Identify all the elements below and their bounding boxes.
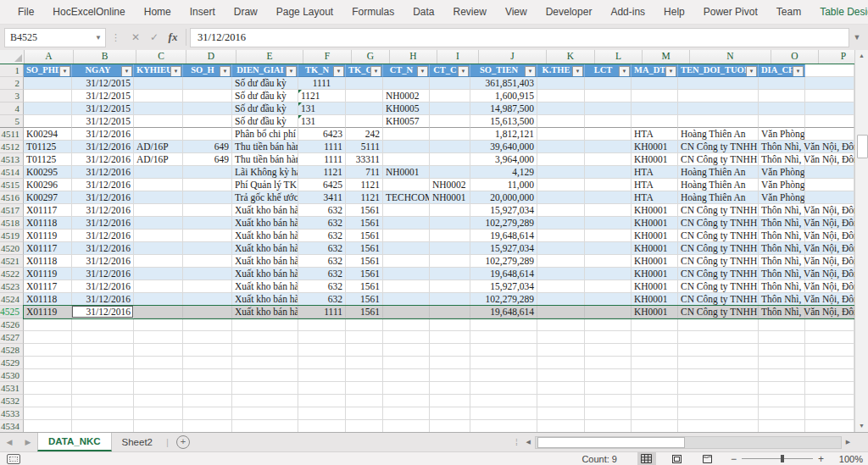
cell-C4518[interactable] <box>134 217 183 230</box>
cell-L4520[interactable] <box>585 242 632 255</box>
cell-D3[interactable] <box>183 90 232 102</box>
cell-A4519[interactable]: X01119 <box>24 230 72 242</box>
cell-G4521[interactable]: 1561 <box>346 255 383 268</box>
cell-O4526[interactable] <box>759 318 805 331</box>
cell-K4531[interactable] <box>537 382 585 395</box>
cell-I4526[interactable] <box>430 318 470 331</box>
cell-F4532[interactable] <box>298 395 346 407</box>
cell-A2[interactable] <box>24 77 72 90</box>
cell-E4513[interactable]: Thu tiền bán hàng HĐ <box>232 153 298 166</box>
cell-C4532[interactable] <box>134 395 183 407</box>
cell-G4512[interactable]: 5111 <box>346 141 383 153</box>
cell-G1[interactable]: TK_C▼ <box>346 64 383 77</box>
cell-F4530[interactable] <box>298 369 346 382</box>
cell-L4532[interactable] <box>585 395 632 407</box>
cell-L4524[interactable] <box>585 293 632 306</box>
cell-N4[interactable] <box>678 102 759 115</box>
horizontal-scrollbar[interactable]: ⁞ ◀ ▶ <box>511 433 854 451</box>
cell-C4528[interactable] <box>134 344 183 357</box>
menu-tab-view[interactable]: View <box>496 0 537 24</box>
cell-F4518[interactable]: 632 <box>298 217 346 230</box>
cell-F4515[interactable]: 6425 <box>298 179 346 191</box>
cell-I4532[interactable] <box>430 395 470 407</box>
cell-M4526[interactable] <box>632 318 678 331</box>
cell-M5[interactable] <box>632 115 678 128</box>
cell-D4519[interactable] <box>183 230 232 242</box>
cell-B4532[interactable] <box>72 395 134 407</box>
cell-P4[interactable] <box>805 102 854 115</box>
cell-D4527[interactable] <box>183 331 232 344</box>
cell-B4522[interactable]: 31/12/2016 <box>72 268 134 280</box>
cell-O4514[interactable]: Văn Phòng <box>759 166 805 179</box>
column-header-O[interactable]: O <box>771 50 819 64</box>
cell-C4513[interactable]: AD/16P <box>134 153 183 166</box>
menu-tab-home[interactable]: Home <box>135 0 181 24</box>
cell-H4516[interactable]: TECHCOMBANK <box>383 191 430 204</box>
cell-O4518[interactable]: Thôn Nhì, Văn Nội, Đông anh <box>759 217 805 230</box>
cell-G5[interactable] <box>346 115 383 128</box>
cell-P2[interactable] <box>805 77 854 90</box>
vertical-scrollbar-thumb[interactable] <box>857 135 868 158</box>
cell-M4529[interactable] <box>632 357 678 369</box>
row-header-4521[interactable]: 4521 <box>0 255 24 268</box>
cell-J4527[interactable] <box>470 331 537 344</box>
cell-G4534[interactable] <box>346 420 383 432</box>
cell-P4532[interactable] <box>805 395 854 407</box>
cell-C1[interactable]: KYHIEUH▼ <box>134 64 183 77</box>
cell-B4525[interactable]: 31/12/2016 <box>72 306 134 318</box>
filter-button-L[interactable]: ▼ <box>619 66 630 77</box>
cell-F4524[interactable]: 632 <box>298 293 346 306</box>
cell-E4521[interactable]: Xuất kho bán hàng (HĐ <box>232 255 298 268</box>
menu-tab-power-pivot[interactable]: Power Pivot <box>694 0 767 24</box>
cell-D4520[interactable] <box>183 242 232 255</box>
cell-J4526[interactable] <box>470 318 537 331</box>
cell-D4522[interactable] <box>183 268 232 280</box>
cell-E5[interactable]: Số dư đầu kỳ <box>232 115 298 128</box>
cell-M4521[interactable]: KH0001 <box>632 255 678 268</box>
cell-O5[interactable] <box>759 115 805 128</box>
cell-F4533[interactable] <box>298 407 346 420</box>
cell-C4514[interactable] <box>134 166 183 179</box>
cell-A4527[interactable] <box>24 331 72 344</box>
cell-G4533[interactable] <box>346 407 383 420</box>
cell-I5[interactable] <box>430 115 470 128</box>
scrollbar-grip-icon[interactable]: ⁞ <box>511 438 522 447</box>
cell-O4516[interactable]: Văn Phòng <box>759 191 805 204</box>
row-header-4517[interactable]: 4517 <box>0 204 24 217</box>
cell-F4529[interactable] <box>298 357 346 369</box>
cell-K4522[interactable] <box>537 268 585 280</box>
cell-A4532[interactable] <box>24 395 72 407</box>
cell-O4534[interactable] <box>759 420 805 432</box>
cancel-icon[interactable]: ✕ <box>126 31 145 43</box>
filter-button-C[interactable]: ▼ <box>170 66 181 77</box>
cell-I4521[interactable] <box>430 255 470 268</box>
cell-L3[interactable] <box>585 90 632 102</box>
cell-G4511[interactable]: 242 <box>346 128 383 141</box>
cell-F4531[interactable] <box>298 382 346 395</box>
cell-J3[interactable]: 1,600,915 <box>470 90 537 102</box>
cell-K4516[interactable] <box>537 191 585 204</box>
formula-bar-expand-icon[interactable]: ▼ <box>849 33 865 42</box>
cell-E4527[interactable] <box>232 331 298 344</box>
cell-I4524[interactable] <box>430 293 470 306</box>
cell-K4534[interactable] <box>537 420 585 432</box>
filter-button-N[interactable]: ▼ <box>746 66 757 77</box>
cell-M4511[interactable]: HTA <box>632 128 678 141</box>
cell-B4513[interactable]: 31/12/2016 <box>72 153 134 166</box>
cell-K5[interactable] <box>537 115 585 128</box>
cell-N4522[interactable]: CN Công ty TNHH MTV <box>678 268 759 280</box>
cell-I4519[interactable] <box>430 230 470 242</box>
cell-O4[interactable] <box>759 102 805 115</box>
cell-E4522[interactable]: Xuất kho bán hàng K <box>232 268 298 280</box>
cell-O4533[interactable] <box>759 407 805 420</box>
cell-E4518[interactable]: Xuất kho bán hàng (HĐ <box>232 217 298 230</box>
cell-B4524[interactable]: 31/12/2016 <box>72 293 134 306</box>
row-header-4526[interactable]: 4526 <box>0 318 24 331</box>
cell-H4512[interactable] <box>383 141 430 153</box>
cell-I4516[interactable]: NH0001 <box>430 191 470 204</box>
cell-P3[interactable] <box>805 90 854 102</box>
cell-P4527[interactable] <box>805 331 854 344</box>
cell-H4528[interactable] <box>383 344 430 357</box>
cell-M4515[interactable]: HTA <box>632 179 678 191</box>
cell-B4533[interactable] <box>72 407 134 420</box>
